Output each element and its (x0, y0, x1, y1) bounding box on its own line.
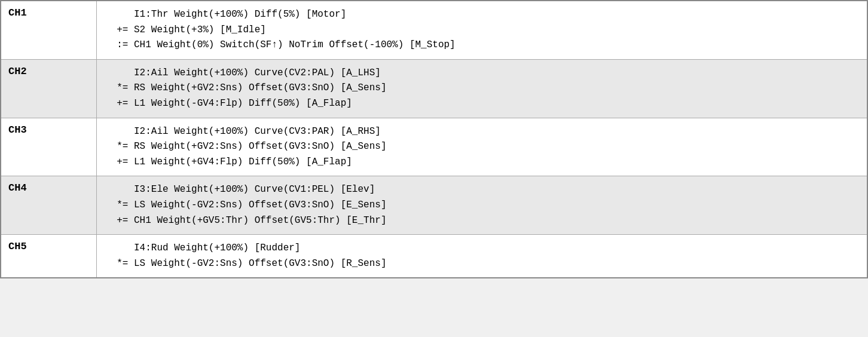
mix-line: *= LS Weight(-GV2:Sns) Offset(GV3:SnO) [… (105, 256, 858, 272)
channel-row: CH5 I4:Rud Weight(+100%) [Rudder] *= LS … (1, 235, 867, 277)
mix-line: += S2 Weight(+3%) [M_Idle] (105, 23, 858, 38)
channel-label: CH4 (1, 176, 97, 234)
mix-line: I2:Ail Weight(+100%) Curve(CV3:PAR) [A_R… (105, 124, 858, 140)
channel-content: I1:Thr Weight(+100%) Diff(5%) [Motor] +=… (97, 1, 867, 59)
mix-line: += L1 Weight(-GV4:Flp) Diff(50%) [A_Flap… (105, 96, 858, 112)
channel-row: CH1 I1:Thr Weight(+100%) Diff(5%) [Motor… (1, 1, 867, 60)
channel-mix-table: CH1 I1:Thr Weight(+100%) Diff(5%) [Motor… (0, 0, 868, 278)
channel-label: CH1 (1, 1, 97, 59)
channel-label: CH5 (1, 235, 97, 277)
channel-content: I4:Rud Weight(+100%) [Rudder] *= LS Weig… (97, 235, 867, 277)
channel-label: CH2 (1, 60, 97, 118)
mix-line: *= RS Weight(+GV2:Sns) Offset(GV3:SnO) [… (105, 81, 858, 96)
mix-line: += L1 Weight(+GV4:Flp) Diff(50%) [A_Flap… (105, 155, 858, 170)
mix-line: := CH1 Weight(0%) Switch(SF↑) NoTrim Off… (105, 38, 858, 53)
mix-line: += CH1 Weight(+GV5:Thr) Offset(GV5:Thr) … (105, 213, 858, 229)
channel-label: CH3 (1, 118, 97, 176)
mix-line: *= RS Weight(+GV2:Sns) Offset(GV3:SnO) [… (105, 139, 858, 155)
mix-line: I3:Ele Weight(+100%) Curve(CV1:PEL) [Ele… (105, 182, 858, 198)
mix-line: *= LS Weight(-GV2:Sns) Offset(GV3:SnO) [… (105, 198, 858, 213)
channel-row: CH4 I3:Ele Weight(+100%) Curve(CV1:PEL) … (1, 176, 867, 235)
channel-row: CH3 I2:Ail Weight(+100%) Curve(CV3:PAR) … (1, 118, 867, 177)
mix-line: I4:Rud Weight(+100%) [Rudder] (105, 241, 858, 256)
channel-content: I2:Ail Weight(+100%) Curve(CV2:PAL) [A_L… (97, 60, 867, 118)
mix-line: I2:Ail Weight(+100%) Curve(CV2:PAL) [A_L… (105, 66, 858, 81)
channel-content: I2:Ail Weight(+100%) Curve(CV3:PAR) [A_R… (97, 118, 867, 176)
mix-line: I1:Thr Weight(+100%) Diff(5%) [Motor] (105, 7, 858, 23)
channel-row: CH2 I2:Ail Weight(+100%) Curve(CV2:PAL) … (1, 60, 867, 118)
channel-content: I3:Ele Weight(+100%) Curve(CV1:PEL) [Ele… (97, 176, 867, 234)
